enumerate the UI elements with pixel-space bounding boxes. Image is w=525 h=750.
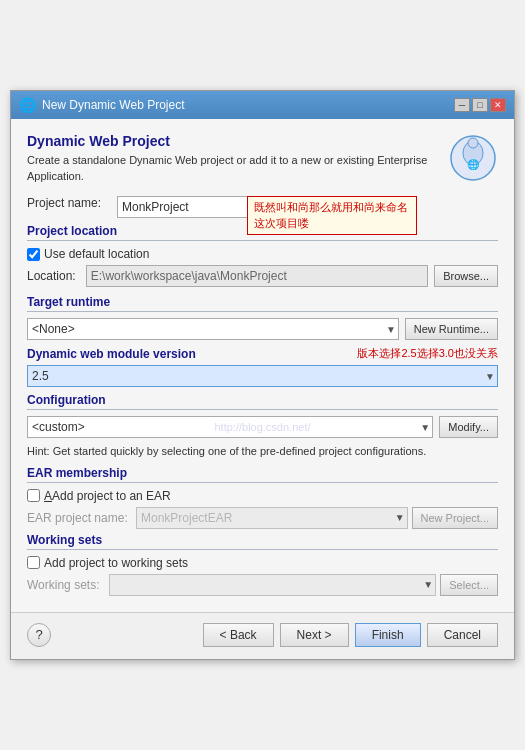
- wizard-icon: 🌐: [448, 133, 498, 183]
- next-button[interactable]: Next >: [280, 623, 349, 647]
- working-sets-select: [109, 574, 436, 596]
- working-sets-label: Working sets: [27, 533, 498, 550]
- finish-button[interactable]: Finish: [355, 623, 421, 647]
- ear-name-row: EAR project name: MonkProjectEAR ▼ New P…: [27, 507, 498, 529]
- back-button[interactable]: < Back: [203, 623, 274, 647]
- working-sets-add-row: Add project to working sets: [27, 556, 498, 570]
- bottom-right-buttons: < Back Next > Finish Cancel: [203, 623, 498, 647]
- use-default-label[interactable]: Use default location: [44, 247, 149, 261]
- working-sets-add-label[interactable]: Add project to working sets: [44, 556, 188, 570]
- maximize-button[interactable]: □: [472, 98, 488, 112]
- target-runtime-select[interactable]: <None>: [27, 318, 399, 340]
- section-description: Create a standalone Dynamic Web project …: [27, 153, 498, 184]
- use-default-location-row: Use default location: [27, 247, 498, 261]
- ear-add-row: AAdd project to an EAR: [27, 489, 498, 503]
- working-sets-checkbox[interactable]: [27, 556, 40, 569]
- location-row: Location: Browse...: [27, 265, 498, 287]
- ear-name-select-wrapper: MonkProjectEAR ▼: [136, 507, 408, 529]
- new-project-button: New Project...: [412, 507, 498, 529]
- browse-button[interactable]: Browse...: [434, 265, 498, 287]
- window-icon: 🌐: [19, 97, 36, 113]
- svg-point-2: [468, 138, 478, 148]
- location-input: [86, 265, 428, 287]
- title-buttons: ─ □ ✕: [454, 98, 506, 112]
- dialog-content: 🌐 Dynamic Web Project Create a standalon…: [11, 119, 514, 611]
- ear-add-checkbox[interactable]: [27, 489, 40, 502]
- close-button[interactable]: ✕: [490, 98, 506, 112]
- dynamic-web-module-section: Dynamic web module version 版本选择2.5选择3.0也…: [27, 346, 498, 387]
- section-title: Dynamic Web Project: [27, 133, 498, 149]
- title-bar-left: 🌐 New Dynamic Web Project: [19, 97, 185, 113]
- ear-name-select: MonkProjectEAR: [136, 507, 408, 529]
- configuration-row: <custom> ▼ http://blog.csdn.net/ Modify.…: [27, 416, 498, 438]
- configuration-label: Configuration: [27, 393, 498, 410]
- ear-name-label: EAR project name:: [27, 511, 132, 525]
- target-runtime-label: Target runtime: [27, 295, 498, 312]
- working-sets-field-label: Working sets:: [27, 578, 105, 592]
- window-title: New Dynamic Web Project: [42, 98, 185, 112]
- version-select-wrapper: 2.5 3.0 ▼: [27, 365, 498, 387]
- svg-text:🌐: 🌐: [467, 158, 480, 171]
- cancel-button[interactable]: Cancel: [427, 623, 498, 647]
- modify-button[interactable]: Modify...: [439, 416, 498, 438]
- dynamic-web-module-version-row: 2.5 3.0 ▼: [27, 365, 498, 387]
- dialog-footer: ? < Back Next > Finish Cancel: [11, 612, 514, 659]
- header-section: 🌐 Dynamic Web Project Create a standalon…: [27, 133, 498, 184]
- ear-add-label[interactable]: AAdd project to an EAR: [44, 489, 171, 503]
- working-sets-row: Working sets: ▼ Select...: [27, 574, 498, 596]
- use-default-checkbox[interactable]: [27, 248, 40, 261]
- config-select-wrapper: <custom> ▼: [27, 416, 433, 438]
- minimize-button[interactable]: ─: [454, 98, 470, 112]
- project-name-section: Project name: 既然叫和尚那么就用和尚来命名这次项目喽: [27, 196, 498, 218]
- ear-membership-section: EAR membership AAdd project to an EAR EA…: [27, 466, 498, 529]
- working-sets-section: Working sets Add project to working sets…: [27, 533, 498, 596]
- ear-membership-label: EAR membership: [27, 466, 498, 483]
- working-sets-select-wrapper: ▼: [109, 574, 436, 596]
- project-name-input[interactable]: [117, 196, 267, 218]
- location-label: Location:: [27, 269, 76, 283]
- project-name-label: Project name:: [27, 196, 117, 210]
- configuration-section: Configuration <custom> ▼ http://blog.csd…: [27, 393, 498, 459]
- title-bar: 🌐 New Dynamic Web Project ─ □ ✕: [11, 91, 514, 119]
- new-runtime-button[interactable]: New Runtime...: [405, 318, 498, 340]
- dynamic-web-module-annotation: 版本选择2.5选择3.0也没关系: [357, 346, 498, 361]
- help-button[interactable]: ?: [27, 623, 51, 647]
- dialog-window: 🌐 New Dynamic Web Project ─ □ ✕ 🌐 Dynami…: [10, 90, 515, 659]
- dynamic-web-module-label: Dynamic web module version: [27, 347, 196, 361]
- target-runtime-row: <None> ▼ New Runtime...: [27, 318, 498, 340]
- select-working-sets-button: Select...: [440, 574, 498, 596]
- config-select[interactable]: <custom>: [27, 416, 433, 438]
- version-select[interactable]: 2.5 3.0: [27, 365, 498, 387]
- project-name-annotation: 既然叫和尚那么就用和尚来命名这次项目喽: [247, 196, 417, 235]
- target-runtime-select-wrapper: <None> ▼: [27, 318, 399, 340]
- configuration-hint: Hint: Get started quickly by selecting o…: [27, 444, 498, 459]
- dynamic-web-module-header: Dynamic web module version 版本选择2.5选择3.0也…: [27, 346, 498, 361]
- wizard-icon-area: 🌐: [448, 133, 498, 186]
